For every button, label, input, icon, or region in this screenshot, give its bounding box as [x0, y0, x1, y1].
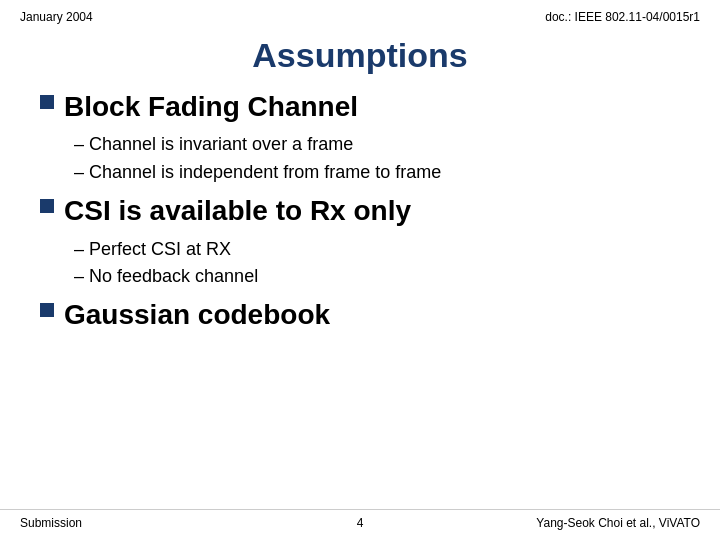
- bullet-1-label: Block Fading Channel: [64, 89, 358, 125]
- bullet-square-3: [40, 303, 54, 317]
- title-section: Assumptions: [0, 28, 720, 85]
- slide-header: January 2004 doc.: IEEE 802.11-04/0015r1: [0, 0, 720, 28]
- slide: January 2004 doc.: IEEE 802.11-04/0015r1…: [0, 0, 720, 540]
- header-right: doc.: IEEE 802.11-04/0015r1: [545, 10, 700, 24]
- bullet-3: Gaussian codebook: [40, 297, 680, 333]
- slide-title: Assumptions: [252, 36, 467, 74]
- bullet-1: Block Fading Channel: [40, 89, 680, 125]
- sub-bullets-2: Perfect CSI at RX No feedback channel: [40, 236, 680, 292]
- sub-bullet-2-1: Perfect CSI at RX: [74, 236, 680, 264]
- bullet-3-label: Gaussian codebook: [64, 297, 330, 333]
- footer-center: 4: [357, 516, 364, 530]
- bullet-square-1: [40, 95, 54, 109]
- bullet-2: CSI is available to Rx only: [40, 193, 680, 229]
- footer-right: Yang-Seok Choi et al., ViVATO: [536, 516, 700, 530]
- bullet-square-2: [40, 199, 54, 213]
- header-left: January 2004: [20, 10, 93, 24]
- sub-bullets-1: Channel is invariant over a frame Channe…: [40, 131, 680, 187]
- footer-left: Submission: [20, 516, 82, 530]
- sub-bullet-1-1: Channel is invariant over a frame: [74, 131, 680, 159]
- content-area: Block Fading Channel Channel is invarian…: [0, 89, 720, 334]
- bullet-2-label: CSI is available to Rx only: [64, 193, 411, 229]
- sub-bullet-1-2: Channel is independent from frame to fra…: [74, 159, 680, 187]
- sub-bullet-2-2: No feedback channel: [74, 263, 680, 291]
